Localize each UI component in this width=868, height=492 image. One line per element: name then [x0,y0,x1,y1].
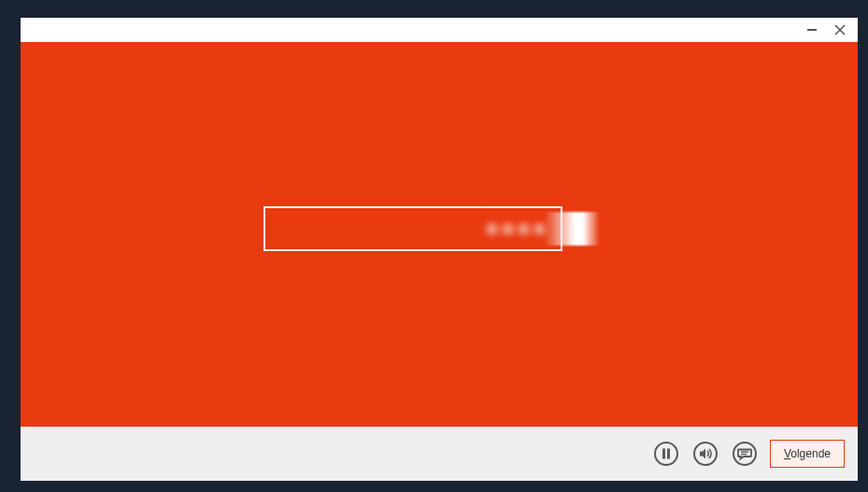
sound-button[interactable] [691,440,719,468]
minimize-button[interactable] [800,21,824,39]
minimize-icon [806,24,818,35]
pause-icon [653,441,679,467]
titlebar [21,18,858,42]
close-button[interactable] [828,21,852,39]
close-icon [834,24,846,35]
progress-indicator [263,206,602,251]
svg-rect-4 [662,449,665,459]
progress-box [263,206,562,251]
svg-point-3 [655,443,677,465]
next-label-rest: olgende [790,447,831,460]
installer-window: Volgende [21,18,858,481]
sound-icon [692,441,719,467]
svg-rect-0 [807,29,817,31]
footer-bar: Volgende [21,427,858,481]
next-button[interactable]: Volgende [770,440,845,468]
pause-button[interactable] [652,440,680,468]
svg-rect-5 [667,449,670,459]
feedback-button[interactable] [731,440,759,468]
content-area [21,42,858,427]
feedback-icon [732,441,758,467]
